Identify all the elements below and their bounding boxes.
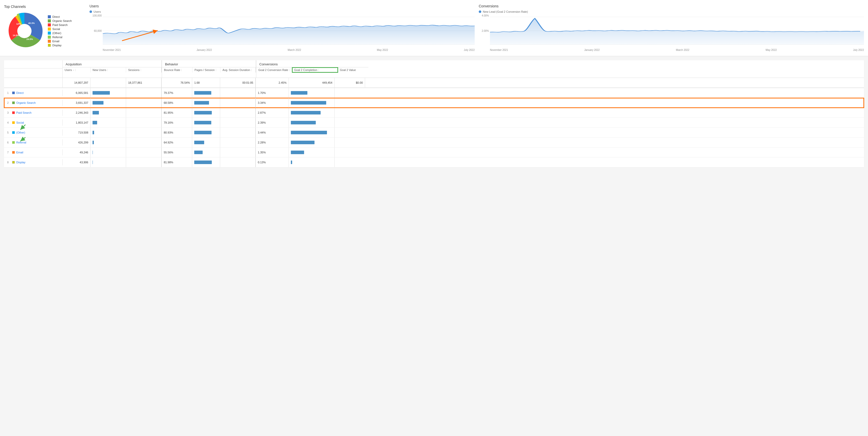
users-dot [90,10,92,13]
social-bounce-bar [192,118,220,127]
legend-color-other [48,32,51,35]
social-link[interactable]: Social [16,121,24,124]
display-link[interactable]: Display [16,161,25,164]
acquisition-header: Acquisition Users ↓ | New Users | Sessio… [63,60,162,78]
pie-legend: Direct Organic Search Paid Search Social [48,15,72,47]
direct-goal2-bar [289,88,335,98]
direct-bounce: 79.37% [162,88,192,98]
paid-new-users-bar [91,108,126,118]
top-section: Top Channels [0,0,868,56]
conversions-legend: New Lead (Goal 2 Conversion Rate) [479,10,864,13]
conv-x-labels: November 2021 January 2022 March 2022 Ma… [490,48,864,52]
acquisition-section-label: Acquisition [63,60,162,67]
pie-chart[interactable]: 40.3% 24.5% 14.9% 12% [4,11,45,51]
col-goal2-rate[interactable]: Goal 2 Conversion Rate | [256,67,292,72]
svg-text:40.3%: 40.3% [28,22,35,24]
email-bounce-bar-fill [194,151,203,154]
behavior-col-headers: Bounce Rate | Pages / Session | Avg. Ses… [162,67,256,72]
display-bounce-bar [192,157,220,167]
users-y-top: 100,000 [90,14,102,17]
display-goal2-value [335,157,365,167]
referral-users: 426,299 [63,138,91,147]
social-new-users-bar [91,118,126,127]
table-row-social: 4 Social 1,803,147 79.16% 2.39% [4,118,864,128]
social-users: 1,803,147 [63,118,91,127]
svg-point-0 [17,24,32,38]
organic-new-users-bar [91,98,126,108]
direct-link[interactable]: Direct [16,91,24,94]
bottom-section: Acquisition Users ↓ | New Users | Sessio… [0,56,868,171]
total-sessions: 18,377,861 [128,81,142,84]
referral-new-users-bar [91,138,126,147]
col-goal2-value[interactable]: Goal 2 Value [338,67,368,72]
users-x1: November 2021 [103,49,121,51]
email-duration [220,148,256,157]
organic-goal2-rate: 3.34% [256,98,289,108]
referral-new-users-bar-fill [93,141,94,144]
table-row-paid: 3 Paid Search 2,246,343 81.95% 2.87% [4,108,864,118]
paid-users: 2,246,343 [63,108,91,118]
row-label-referral: 6 Referral [4,139,63,146]
paid-bounce-bar-fill [194,111,212,114]
col-pages[interactable]: Pages / Session | [192,67,220,72]
col-bounce[interactable]: Bounce Rate | [162,67,192,72]
users-legend-label: Users [94,10,101,13]
col-users[interactable]: Users ↓ | [63,67,91,72]
users-line-chart [103,14,475,47]
totals-row: 14,807,297 18,377,861 76.54% 1.68 00:01:… [4,78,864,88]
total-goal2-rate: 2.45% [256,78,289,88]
social-sessions-bar [126,118,162,127]
col-new-users[interactable]: New Users | [91,67,126,72]
display-duration [220,157,256,167]
behavior-section-label: Behavior [162,60,256,67]
table-header: Acquisition Users ↓ | New Users | Sessio… [4,60,864,78]
col-goal2-completion[interactable]: Goal 2 Completion | [292,67,338,72]
display-sessions-bar [126,157,162,167]
social-goal2-bar [289,118,335,127]
direct-goal2-rate: 1.70% [256,88,289,98]
paid-link[interactable]: Paid Search [16,111,32,114]
legend-referral: Referral [48,36,72,39]
conversions-col-headers: Goal 2 Conversion Rate | Goal 2 Completi… [256,67,368,72]
other-duration [220,128,256,137]
table-row-email: 7 Email 49,246 55.56% 1.35% [4,148,864,157]
conversions-chart-title: Conversions [479,4,864,8]
referral-color-indicator [12,141,15,144]
other-new-users-bar-fill [93,131,94,134]
organic-bounce: 68.58% [162,98,192,108]
organic-goal2-bar-fill [291,101,326,105]
other-bounce-bar-fill [194,131,212,134]
other-color-indicator [12,131,15,134]
col-avg-duration[interactable]: Avg. Session Duration | [220,67,256,72]
display-color-indicator [12,161,15,164]
table-row-display: 8 Display 43,906 81.98% 0.13% [4,157,864,167]
paid-new-users-bar-fill [93,111,99,114]
total-duration: 00:01:05 [220,78,256,88]
display-users: 43,906 [63,157,91,167]
direct-new-users-bar [91,88,126,98]
totals-label [4,78,63,88]
conversions-section-label: Conversions [256,60,368,67]
organic-color-indicator [12,101,15,104]
organic-link[interactable]: Organic Search [16,101,36,104]
other-goal2-rate: 3.44% [256,128,289,137]
users-x4: May 2022 [377,49,388,51]
organic-bounce-bar-fill [194,101,209,105]
email-link[interactable]: Email [16,151,23,154]
referral-link[interactable]: Referral [16,141,26,144]
organic-duration [220,98,256,108]
conversions-header: Conversions Goal 2 Conversion Rate | Goa… [256,60,368,78]
conv-x2: January 2022 [584,49,600,51]
organic-users: 3,691,337 [63,98,91,108]
paid-goal2-bar-fill [291,111,320,114]
referral-goal2-rate: 2.28% [256,138,289,147]
table-row-other: 5 (Other) 719,508 80.93% 3.44% [4,128,864,138]
users-x2: January 2022 [196,49,212,51]
users-chart-panel: Users Users 100,000 60,000 0 [90,4,475,52]
legend-color-social [48,27,51,31]
col-sessions[interactable]: Sessions | [126,67,162,72]
direct-goal2-value [335,88,365,98]
email-bounce: 55.56% [162,148,192,157]
other-link[interactable]: (Other) [16,131,25,134]
row-label-paid: 3 Paid Search [4,110,63,116]
